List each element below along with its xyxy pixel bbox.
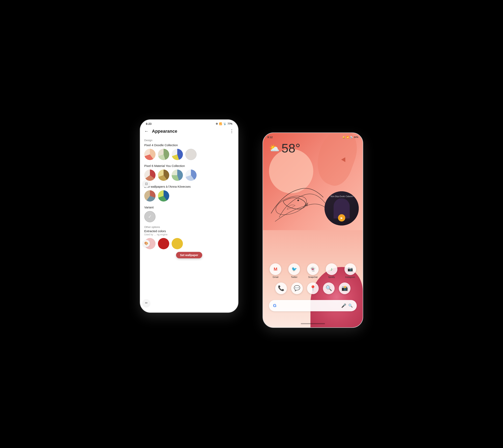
variant-label: Variant — [144, 206, 234, 209]
phone-icon[interactable]: 📞 — [275, 282, 287, 294]
music-player[interactable]: Non-Stop Exotic Cabaret ⏭ ▶ — [325, 191, 359, 226]
signal-right-icon: 📡 — [350, 136, 353, 138]
twitter-label: Twitter — [291, 276, 297, 278]
instagram-icon[interactable]: 📷 — [345, 263, 356, 275]
notification-icon: 🔔 — [343, 136, 345, 138]
wifi-right-icon: 📶 — [346, 136, 349, 138]
extracted-color-2[interactable] — [158, 238, 169, 249]
power-button-right[interactable] — [363, 173, 363, 189]
bluetooth-icon: ⚙ — [216, 122, 218, 125]
app-row-1: M Gmail 🐦 Twitter 👻 Snapc — [266, 263, 360, 278]
instagram-label: Instagram — [345, 276, 355, 278]
mic-icon[interactable]: 🎤 — [341, 303, 346, 308]
weather-widget: ⛅ 58° — [263, 140, 363, 156]
status-icons-left: ⚙ 📶 📡 77% — [216, 122, 232, 125]
google-logo: G — [273, 303, 276, 308]
crop-icon[interactable]: ⊡ — [143, 180, 150, 187]
color-option-2[interactable] — [158, 149, 169, 160]
scene: 6:23 ⚙ 📶 📡 77% ← Appearance ⋮ ⊡ 🎨 ✏ — [0, 0, 503, 448]
weather-temperature: 58° — [282, 142, 300, 154]
collection3-circles — [144, 190, 234, 201]
extracted-colors-row — [144, 238, 234, 249]
wifi-icon: 📶 — [219, 122, 222, 125]
content-area: Design Pixel 4 Doodle Collection Pixel 6… — [140, 136, 238, 312]
app-item-twitter[interactable]: 🐦 Twitter — [288, 263, 300, 278]
music-album-art: Non-Stop Exotic Cabaret ⏭ ▶ — [325, 191, 359, 226]
tooltip-area: Set wallpaper — [144, 250, 234, 260]
extracted-colors-title: Extracted colors — [144, 229, 234, 233]
color-option-8[interactable] — [185, 169, 197, 181]
app-item-spotify[interactable]: ♪ Spotify — [326, 263, 337, 278]
status-bar-left: 6:23 ⚙ 📶 📡 77% — [140, 120, 238, 127]
collection2-name: Pixel 6 Material You Collection — [144, 164, 234, 167]
music-play-button[interactable]: ▶ — [338, 214, 345, 221]
app-bar: ← Appearance ⋮ — [140, 127, 238, 136]
collection3-name: Live wallpapers à l'Anna Kövecses — [144, 185, 234, 188]
page-title: Appearance — [152, 129, 230, 134]
music-next-icon[interactable]: ⏭ — [353, 194, 356, 197]
signal-icon: 📡 — [223, 122, 226, 125]
color-option-6[interactable] — [158, 169, 169, 181]
svg-point-0 — [273, 192, 309, 218]
messages-icon[interactable]: 💬 — [291, 282, 303, 294]
gmail-label: Gmail — [273, 276, 279, 278]
color-option-3[interactable] — [172, 149, 183, 160]
volume-down-button[interactable] — [140, 164, 140, 174]
other-options-label: Other options — [144, 226, 234, 229]
svg-point-1 — [297, 199, 299, 201]
lens-icon[interactable]: 🔍 — [348, 303, 353, 308]
color-option-4[interactable] — [185, 149, 197, 160]
time-left: 6:23 — [146, 122, 152, 125]
power-button[interactable] — [238, 158, 238, 174]
camera-icon[interactable]: 📸 — [339, 282, 350, 294]
wallpaper-background — [263, 133, 363, 327]
twitter-icon[interactable]: 🐦 — [288, 263, 300, 275]
spotify-icon[interactable]: ♪ — [326, 263, 337, 275]
home-indicator[interactable] — [301, 323, 325, 324]
collection1-circles — [144, 149, 234, 160]
more-options-button[interactable]: ⋮ — [230, 129, 234, 134]
back-button[interactable]: ← — [144, 129, 149, 134]
search-bar[interactable]: G 🎤 🔍 — [269, 300, 357, 311]
volume-up-button[interactable] — [140, 152, 140, 162]
weather-icon: ⛅ — [269, 143, 280, 153]
gmail-icon[interactable]: M — [270, 263, 281, 275]
time-right: 9:12 — [267, 136, 273, 139]
color-option-7[interactable] — [172, 169, 183, 181]
left-phone: 6:23 ⚙ 📶 📡 77% ← Appearance ⋮ ⊡ 🎨 ✏ — [140, 119, 238, 313]
snapchat-icon[interactable]: 👻 — [307, 263, 319, 275]
maps-icon[interactable]: 📍 — [307, 282, 319, 294]
color-option-5[interactable] — [144, 169, 156, 181]
app-item-snapchat[interactable]: 👻 Snapchat — [307, 263, 319, 278]
set-wallpaper-tooltip[interactable]: Set wallpaper — [176, 252, 202, 258]
palette-icon[interactable]: 🎨 — [143, 240, 150, 247]
battery-left: 77% — [228, 122, 232, 125]
right-phone: 9:12 🔔 📶 📡 64% ⛅ 58° Non-Stop — [263, 133, 363, 328]
collection1-name: Pixel 4 Doodle Collection — [144, 143, 234, 147]
dock-row: 📞 💬 📍 🔍 📸 — [267, 282, 359, 294]
design-section-label: Design — [144, 139, 234, 142]
weather-icon-wrap: ⛅ — [269, 143, 280, 153]
chrome-icon[interactable]: 🔍 — [323, 282, 335, 294]
status-icons-right: 🔔 📶 📡 64% — [343, 136, 358, 138]
battery-right: 64% — [354, 136, 358, 138]
app-item-gmail[interactable]: M Gmail — [270, 263, 281, 278]
eyedropper-icon[interactable]: ✏ — [143, 299, 150, 307]
app-item-instagram[interactable]: 📷 Instagram — [345, 263, 356, 278]
color-option-10[interactable] — [158, 190, 169, 201]
color-option-1[interactable] — [144, 149, 156, 160]
extracted-color-3[interactable] — [172, 238, 183, 249]
status-bar-right: 9:12 🔔 📶 📡 64% — [263, 133, 363, 140]
snapchat-label: Snapchat — [308, 276, 317, 278]
whale-illustration — [267, 173, 327, 230]
collection2-circles — [144, 169, 234, 181]
spotify-label: Spotify — [328, 276, 335, 278]
extracted-colors-sub: Used by … ng engine — [144, 233, 234, 236]
